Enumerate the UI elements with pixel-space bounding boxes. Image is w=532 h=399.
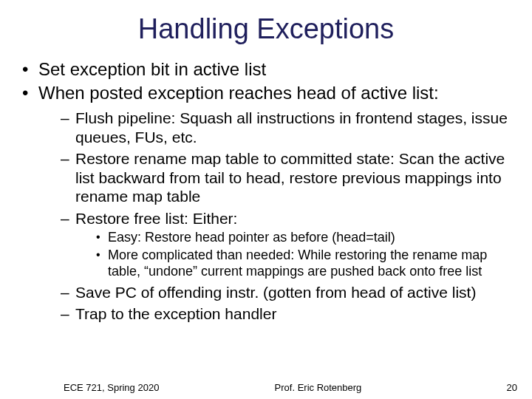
sub-sub-list: Easy: Restore head pointer as before (he…	[75, 230, 519, 280]
sub-item: Trap to the exception handler	[61, 304, 519, 324]
bullet-item: Set exception bit in active list	[22, 58, 519, 81]
slide: Handling Exceptions Set exception bit in…	[0, 0, 532, 399]
footer-page: 20	[507, 382, 517, 393]
sub-item: Restore rename map table to committed st…	[61, 149, 519, 206]
footer: ECE 721, Spring 2020 Prof. Eric Rotenber…	[0, 382, 532, 393]
sub-sub-item: Easy: Restore head pointer as before (he…	[96, 230, 519, 246]
bullet-item: When posted exception reaches head of ac…	[22, 82, 519, 324]
sub-item: Save PC of offending instr. (gotten from…	[61, 283, 519, 302]
bullet-text: Set exception bit in active list	[38, 59, 266, 79]
sub-sub-text: More complicated than needed: While rest…	[108, 248, 487, 279]
bullet-text: When posted exception reaches head of ac…	[38, 83, 439, 103]
sub-sub-item: More complicated than needed: While rest…	[96, 248, 519, 280]
sub-text: Flush pipeline: Squash all instructions …	[75, 109, 508, 146]
slide-title: Handling Exceptions	[13, 13, 519, 45]
sub-list: Flush pipeline: Squash all instructions …	[38, 109, 519, 324]
sub-text: Trap to the exception handler	[75, 305, 276, 322]
sub-text: Restore free list: Either:	[75, 210, 237, 227]
footer-author: Prof. Eric Rotenberg	[129, 382, 506, 393]
sub-item: Flush pipeline: Squash all instructions …	[61, 109, 519, 146]
bullet-list: Set exception bit in active list When po…	[13, 58, 519, 324]
sub-text: Restore rename map table to committed st…	[75, 150, 505, 205]
sub-item: Restore free list: Either: Easy: Restore…	[61, 209, 519, 279]
sub-text: Save PC of offending instr. (gotten from…	[75, 284, 476, 301]
sub-sub-text: Easy: Restore head pointer as before (he…	[108, 230, 395, 245]
